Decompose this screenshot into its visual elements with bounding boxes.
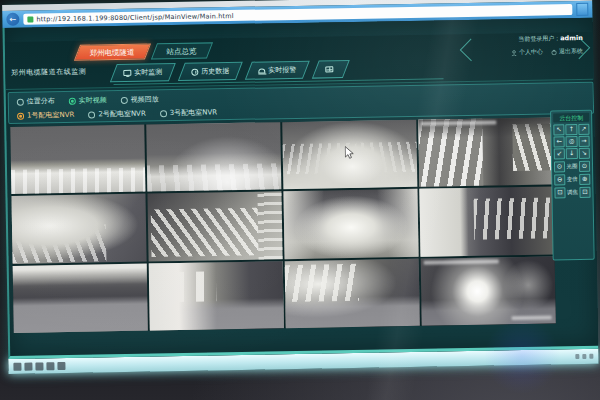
video-wall-grid (10, 117, 556, 332)
start-button-icon[interactable] (13, 362, 21, 370)
iris-minus-button[interactable]: ⊙ (554, 161, 565, 172)
camera-feed-10[interactable] (149, 261, 284, 331)
camera-feed-09[interactable] (13, 263, 148, 333)
toolbar-layout-button[interactable] (312, 60, 350, 79)
camera-name-overlay (511, 315, 551, 320)
radio-video-playback[interactable]: 视频回放 (121, 94, 159, 105)
profile-link[interactable]: 个人中心 (511, 48, 543, 58)
toolbar-realtime-alarm-button[interactable]: 实时报警 (245, 61, 310, 80)
taskbar-app-icon[interactable] (24, 362, 32, 370)
monitor-screen: ← http://192.168.1.199:8080/Client/jsp/M… (2, 0, 598, 374)
camera-feed-11[interactable] (285, 258, 420, 328)
ptz-up-button[interactable]: ↑ (566, 124, 578, 135)
ptz-focus-row: ⊡ 调焦 ⊡ (554, 187, 590, 199)
camera-feed-05[interactable] (11, 194, 146, 264)
system-tray-icon[interactable] (589, 354, 593, 359)
mouse-cursor (345, 146, 354, 159)
ptz-down-button[interactable]: ↓ (566, 148, 578, 159)
camera-feed-02[interactable] (146, 122, 281, 192)
toolbar-label: 实时报警 (268, 65, 296, 75)
login-label: 当前登录用户： (518, 34, 560, 42)
tab-site-overview[interactable]: 站点总览 (151, 42, 213, 59)
radio-location-map[interactable]: 位置分布 (17, 96, 55, 107)
browser-back-button[interactable]: ← (6, 13, 19, 26)
camera-feed-07[interactable] (283, 189, 418, 259)
radio-nvr-2[interactable]: 2号配电室NVR (88, 109, 146, 120)
page-tabs: 郑州电缆隧道 站点总览 (77, 42, 210, 60)
toolbar-label: 实时监测 (134, 67, 162, 77)
camera-feed-06[interactable] (147, 192, 282, 262)
timestamp-overlay (424, 259, 499, 264)
site-title: 郑州电缆隧道在线监测 (11, 67, 86, 78)
iris-label: 光圈 (566, 163, 577, 170)
site-favicon-icon (27, 16, 33, 22)
taskbar-app-icon[interactable] (57, 361, 65, 369)
ptz-iris-row: ⊙ 光圈 ⊙ (554, 161, 590, 173)
radio-icon (17, 112, 24, 119)
radio-icon (17, 98, 24, 105)
system-tray-icon[interactable] (575, 354, 579, 359)
history-icon (191, 68, 198, 75)
ptz-down-right-button[interactable]: ↘ (578, 148, 590, 159)
alarm-icon (258, 68, 265, 73)
power-icon (551, 49, 557, 55)
radio-live-video[interactable]: 实时视频 (69, 95, 107, 106)
ptz-center-button[interactable]: ◎ (566, 136, 578, 147)
logout-link[interactable]: 退出系统 (551, 47, 583, 57)
monitor-icon (123, 70, 131, 76)
radio-nvr-1[interactable]: 1号配电室NVR (17, 110, 75, 121)
url-text[interactable]: http://192.168.1.199:8080/Client/jsp/Mai… (36, 11, 234, 22)
toolbar-realtime-monitor-button[interactable]: 实时监测 (110, 63, 176, 82)
username: admin (560, 34, 583, 42)
user-block: 当前登录用户：admin 个人中心 退出系统 (483, 34, 583, 58)
zoom-out-button[interactable]: ⊖ (554, 174, 565, 185)
person-icon (511, 50, 517, 56)
taskbar-spacer (68, 357, 572, 366)
ptz-right-button[interactable]: → (578, 136, 590, 147)
radio-icon (121, 96, 128, 103)
zoom-label: 变倍 (567, 176, 578, 183)
system-tray-icon[interactable] (582, 354, 586, 359)
photo-of-monitor: { "browser": { "url": "http://192.168.1.… (0, 0, 600, 400)
toolbar-label: 历史数据 (201, 66, 229, 76)
ptz-up-left-button[interactable]: ↖ (553, 124, 565, 135)
camera-feed-01[interactable] (10, 125, 145, 195)
ptz-panel-title: 云台控制 (553, 113, 589, 123)
focus-far-button[interactable]: ⊡ (579, 187, 590, 198)
toolbar-history-data-button[interactable]: 历史数据 (178, 62, 243, 81)
ptz-direction-pad: ↖ ↑ ↗ ← ◎ → ↙ ↓ ↘ (553, 124, 590, 160)
browser-window-control[interactable] (576, 3, 588, 16)
tab-cable-tunnel[interactable]: 郑州电缆隧道 (74, 43, 151, 60)
radio-icon (88, 111, 95, 118)
surveillance-page: 郑州电缆隧道在线监测 郑州电缆隧道 站点总览 实时监测 历史数据 实时报警 (3, 18, 599, 359)
camera-feed-04[interactable] (418, 117, 553, 187)
camera-feed-12[interactable] (421, 256, 556, 326)
ptz-up-right-button[interactable]: ↗ (578, 124, 590, 135)
ptz-zoom-row: ⊖ 变倍 ⊕ (554, 174, 590, 186)
radio-icon (160, 110, 167, 117)
focus-label: 调焦 (567, 189, 578, 196)
iris-plus-button[interactable]: ⊙ (579, 161, 590, 172)
ptz-control-panel: 云台控制 ↖ ↑ ↗ ← ◎ → ↙ ↓ ↘ ⊙ 光圈 ⊙ ⊖ 变倍 ⊕ (550, 110, 595, 261)
taskbar-app-icon[interactable] (35, 362, 43, 370)
camera-feed-08[interactable] (419, 187, 554, 257)
radio-icon (69, 97, 76, 104)
zoom-in-button[interactable]: ⊕ (579, 174, 590, 185)
focus-near-button[interactable]: ⊡ (554, 187, 565, 198)
ptz-down-left-button[interactable]: ↙ (554, 148, 566, 159)
taskbar-app-icon[interactable] (46, 362, 54, 370)
ptz-left-button[interactable]: ← (554, 136, 566, 147)
grid-icon (325, 66, 333, 72)
timestamp-overlay (421, 120, 496, 125)
radio-nvr-3[interactable]: 3号配电室NVR (160, 107, 218, 118)
